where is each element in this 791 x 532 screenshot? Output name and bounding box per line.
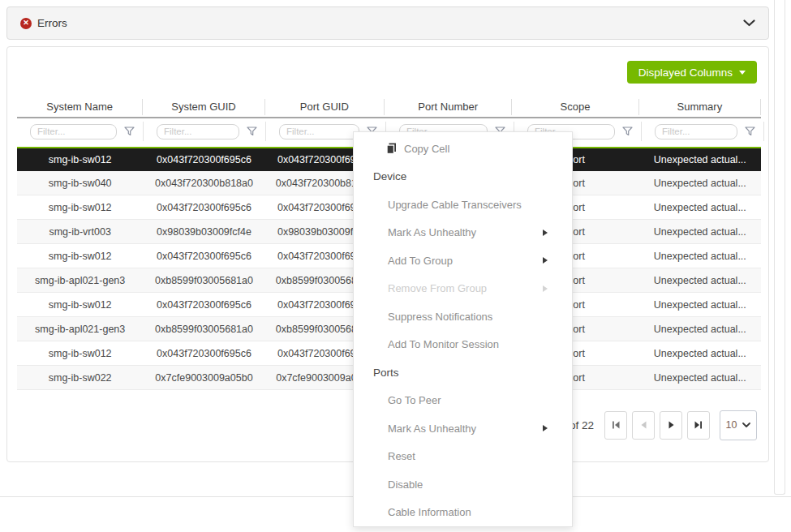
filter-input-port-guid[interactable] bbox=[279, 124, 359, 139]
filter-cell-system-guid bbox=[144, 122, 266, 141]
submenu-arrow-icon bbox=[543, 285, 548, 292]
menu-item-label: Mark As Unhealthy bbox=[388, 423, 476, 435]
cell-system-name: smg-ib-sw012 bbox=[17, 348, 143, 359]
cell-system-name: smg-ib-sw012 bbox=[17, 154, 143, 165]
menu-item-cable-information[interactable]: Cable Information bbox=[354, 499, 572, 527]
menu-section-label: Device bbox=[373, 170, 406, 182]
menu-item-label: Go To Peer bbox=[388, 394, 441, 406]
page-size-value: 10 bbox=[726, 419, 737, 431]
cell-system-guid: 0x043f720300f695c6 bbox=[143, 348, 264, 359]
cell-system-guid: 0x7cfe9003009a05b0 bbox=[143, 372, 264, 384]
submenu-arrow-icon bbox=[543, 425, 548, 431]
cell-summary: Unexpected actual... bbox=[639, 154, 761, 165]
last-page-button[interactable] bbox=[687, 411, 710, 440]
menu-item-reset[interactable]: Reset bbox=[354, 443, 572, 471]
menu-item-label: Add To Group bbox=[388, 255, 453, 267]
chevron-down-icon bbox=[742, 423, 750, 427]
filter-funnel-icon[interactable] bbox=[745, 127, 755, 136]
context-menu: Copy Cell Device Upgrade Cable Transceiv… bbox=[353, 131, 573, 527]
cell-summary: Unexpected actual... bbox=[639, 251, 761, 262]
right-rail bbox=[774, 0, 785, 495]
chevron-down-icon bbox=[743, 19, 755, 27]
cell-system-name: smg-ib-sw012 bbox=[17, 202, 143, 213]
menu-item-mark-as-unhealthy-device[interactable]: Mark As Unhealthy bbox=[354, 219, 572, 247]
menu-item-label: Copy Cell bbox=[404, 143, 449, 155]
column-header-system-name[interactable]: System Name bbox=[17, 99, 143, 115]
cell-system-name: smg-ib-apl021-gen3 bbox=[17, 324, 143, 335]
column-header-port-number[interactable]: Port Number bbox=[385, 99, 512, 115]
column-header-summary[interactable]: Summary bbox=[639, 99, 761, 115]
cell-system-guid: 0xb8599f03005681a0 bbox=[143, 324, 264, 335]
menu-item-label: Suppress Notifications bbox=[388, 311, 492, 323]
filter-funnel-icon[interactable] bbox=[622, 127, 633, 136]
menu-item-label: Reset bbox=[388, 450, 415, 462]
next-page-icon bbox=[668, 421, 675, 429]
cell-summary: Unexpected actual... bbox=[639, 178, 761, 189]
first-page-icon bbox=[611, 420, 621, 430]
menu-section-label: Ports bbox=[373, 367, 399, 379]
menu-item-suppress-notifications[interactable]: Suppress Notifications bbox=[354, 302, 572, 331]
last-page-icon bbox=[694, 420, 703, 430]
menu-item-remove-from-group: Remove From Group bbox=[354, 275, 572, 303]
menu-item-label: Add To Monitor Session bbox=[388, 338, 499, 350]
cell-system-name: smg-ib-sw022 bbox=[17, 372, 143, 384]
menu-item-label: Disable bbox=[388, 478, 423, 491]
filter-funnel-icon[interactable] bbox=[124, 127, 135, 136]
caret-down-icon bbox=[739, 71, 746, 75]
column-header-system-guid[interactable]: System GUID bbox=[143, 99, 264, 115]
cell-summary: Unexpected actual... bbox=[639, 299, 761, 311]
filter-input-summary[interactable] bbox=[655, 124, 737, 139]
submenu-arrow-icon bbox=[543, 257, 548, 264]
error-icon: ✕ bbox=[20, 18, 32, 29]
filter-cell-summary bbox=[642, 122, 764, 141]
previous-page-icon bbox=[640, 421, 647, 429]
submenu-arrow-icon bbox=[543, 230, 548, 236]
column-header-scope[interactable]: Scope bbox=[512, 99, 638, 115]
menu-item-label: Mark As Unhealthy bbox=[388, 226, 476, 238]
cell-system-guid: 0x98039b03009fcf4e bbox=[143, 226, 264, 238]
cell-system-guid: 0x043f720300f695c6 bbox=[143, 299, 264, 311]
cell-system-guid: 0x043f720300b818a0 bbox=[143, 178, 264, 189]
column-header-port-guid[interactable]: Port GUID bbox=[265, 99, 385, 115]
errors-page: ✕ Errors Displayed Columns System Name S… bbox=[0, 0, 791, 532]
filter-input-system-name[interactable] bbox=[30, 124, 117, 139]
next-page-button[interactable] bbox=[660, 411, 682, 440]
cell-summary: Unexpected actual... bbox=[639, 226, 761, 238]
menu-item-label: Upgrade Cable Transceivers bbox=[388, 199, 522, 211]
cell-summary: Unexpected actual... bbox=[639, 372, 761, 384]
menu-item-mark-as-unhealthy-ports[interactable]: Mark As Unhealthy bbox=[354, 414, 572, 443]
cell-summary: Unexpected actual... bbox=[639, 202, 761, 213]
filter-input-system-guid[interactable] bbox=[157, 124, 239, 139]
menu-item-go-to-peer[interactable]: Go To Peer bbox=[354, 387, 572, 415]
displayed-columns-button[interactable]: Displayed Columns bbox=[627, 61, 757, 84]
page-size-select[interactable]: 10 bbox=[720, 410, 757, 440]
menu-item-disable[interactable]: Disable bbox=[354, 470, 572, 499]
menu-section-device: Device bbox=[354, 163, 572, 191]
first-page-button[interactable] bbox=[604, 411, 627, 440]
cell-system-guid: 0xb8599f03005681a0 bbox=[143, 275, 264, 286]
cell-summary: Unexpected actual... bbox=[639, 275, 761, 286]
cell-system-guid: 0x043f720300f695c6 bbox=[143, 202, 264, 213]
menu-item-add-to-group[interactable]: Add To Group bbox=[354, 247, 572, 275]
menu-item-copy-cell[interactable]: Copy Cell bbox=[354, 135, 572, 163]
errors-panel-header: ✕ Errors bbox=[6, 6, 769, 40]
menu-item-add-to-monitor-session[interactable]: Add To Monitor Session bbox=[354, 331, 572, 359]
collapse-panel-button[interactable] bbox=[743, 19, 755, 27]
previous-page-button[interactable] bbox=[632, 411, 655, 440]
cell-summary: Unexpected actual... bbox=[639, 348, 761, 359]
cell-system-name: smg-ib-sw040 bbox=[17, 178, 143, 189]
cell-system-name: smg-ib-sw012 bbox=[17, 299, 143, 311]
cell-system-guid: 0x043f720300f695c6 bbox=[143, 251, 264, 262]
menu-item-label: Remove From Group bbox=[388, 282, 487, 294]
menu-section-ports: Ports bbox=[354, 358, 572, 387]
filter-funnel-icon[interactable] bbox=[247, 127, 257, 136]
menu-item-upgrade-cable-transceivers[interactable]: Upgrade Cable Transceivers bbox=[354, 191, 572, 219]
copy-icon bbox=[386, 143, 397, 154]
displayed-columns-label: Displayed Columns bbox=[638, 66, 733, 79]
cell-system-name: smg-ib-vrt003 bbox=[17, 226, 143, 238]
filter-cell-system-name bbox=[17, 122, 144, 141]
cell-summary: Unexpected actual... bbox=[639, 324, 761, 335]
cell-system-name: smg-ib-sw012 bbox=[17, 251, 143, 262]
menu-item-label: Cable Information bbox=[388, 506, 471, 518]
cell-system-guid: 0x043f720300f695c6 bbox=[143, 154, 264, 165]
